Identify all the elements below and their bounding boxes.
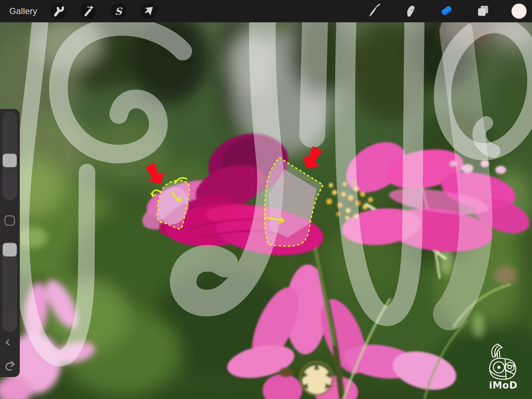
redo-button[interactable]: [3, 359, 17, 373]
brush-size-slider-handle[interactable]: [3, 154, 17, 167]
modify-button[interactable]: [5, 216, 15, 226]
side-toolbar: [0, 109, 20, 377]
imod-logo-text: iMoD: [489, 380, 517, 391]
undo-button[interactable]: [3, 338, 17, 352]
selection-button[interactable]: S: [110, 3, 126, 19]
selection-s-icon: S: [110, 3, 126, 19]
wrench-icon: [51, 3, 67, 19]
smudge-icon: [403, 3, 418, 19]
color-swatch-button[interactable]: [511, 3, 527, 19]
actions-button[interactable]: [51, 3, 67, 19]
smudge-tool-button[interactable]: [403, 3, 418, 19]
layers-icon: [475, 3, 491, 19]
top-toolbar: Gallery S: [0, 0, 532, 22]
opacity-slider-handle[interactable]: [3, 243, 17, 257]
undo-arrow-icon: [6, 340, 14, 349]
adjustments-button[interactable]: [81, 3, 96, 19]
color-swatch: [511, 3, 527, 19]
layers-button[interactable]: [475, 3, 491, 19]
paintbrush-icon: [366, 3, 382, 19]
paint-tool-button[interactable]: [366, 3, 382, 19]
transform-arrow-icon: [141, 3, 156, 19]
eraser-icon: [439, 3, 455, 19]
magic-wand-icon: [81, 3, 96, 19]
canvas[interactable]: iMoD: [0, 0, 532, 399]
app-window: iMoD Gallery: [0, 0, 532, 399]
svg-text:S: S: [115, 6, 123, 17]
gallery-button[interactable]: Gallery: [9, 6, 37, 16]
redo-arrow-icon: [6, 362, 14, 370]
transform-button[interactable]: [141, 3, 156, 19]
erase-tool-button[interactable]: [439, 3, 455, 19]
